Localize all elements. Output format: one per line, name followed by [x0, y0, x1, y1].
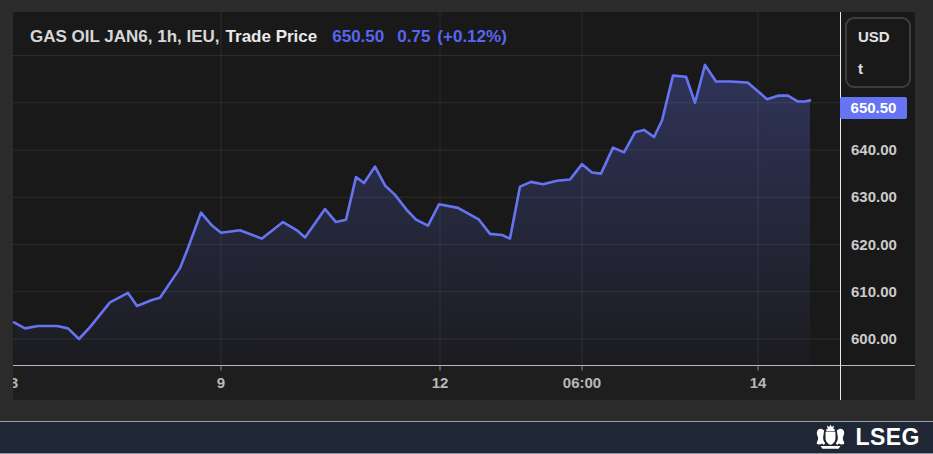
- x-tick-label: 14: [750, 374, 767, 391]
- unit-currency-label: USD: [858, 28, 890, 45]
- x-tick-label: 12: [432, 374, 449, 391]
- time-axis-labels: 891206:0014: [13, 372, 915, 398]
- last-price-tag: 650.50: [840, 97, 907, 119]
- last-price-value: 650.50: [332, 27, 384, 46]
- percent-change-value: (+0.12%): [437, 27, 506, 46]
- chart-plot-area[interactable]: [13, 12, 840, 365]
- unit-badge: USD t: [845, 17, 911, 88]
- unit-measure-label: t: [858, 60, 863, 77]
- footer-bar: LSEG: [0, 421, 933, 454]
- chart-legend-row: GAS OIL JAN6, 1h, IEU,Trade Price650.500…: [30, 27, 507, 47]
- lseg-logo: LSEG: [815, 424, 920, 451]
- x-tick-label: 8: [13, 374, 18, 391]
- chart-window: GAS OIL JAN6, 1h, IEU,Trade Price650.500…: [0, 0, 933, 454]
- x-tick-label: 06:00: [563, 374, 601, 391]
- x-tick-label: 9: [217, 374, 225, 391]
- lseg-crest-icon: [815, 424, 846, 451]
- field-label: Trade Price: [226, 27, 318, 46]
- last-price-tag-value: 650.50: [851, 99, 897, 116]
- net-change-value: 0.75: [397, 27, 430, 46]
- lseg-logo-text: LSEG: [855, 424, 920, 451]
- instrument-title: GAS OIL JAN6, 1h, IEU,: [30, 27, 220, 46]
